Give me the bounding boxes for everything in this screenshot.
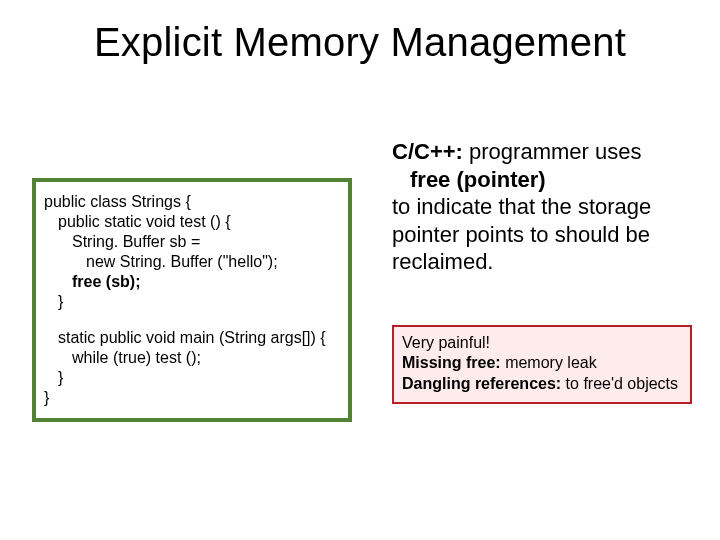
pain-box: Very painful! Missing free: memory leak … <box>392 325 692 404</box>
right-text: C/C++: programmer uses free (pointer) to… <box>392 138 692 276</box>
code-line: free (sb); <box>44 272 340 292</box>
slide: Explicit Memory Management public class … <box>0 0 720 540</box>
right-line: to indicate that the storage <box>392 193 692 221</box>
code-line: } <box>44 388 340 408</box>
code-line: new String. Buffer ("hello"); <box>44 252 340 272</box>
code-line: public class Strings { <box>44 192 340 212</box>
code-blank <box>44 312 340 328</box>
pain-line: Very painful! <box>402 333 682 353</box>
code-line: public static void test () { <box>44 212 340 232</box>
right-line: pointer points to should be <box>392 221 692 249</box>
code-line: String. Buffer sb = <box>44 232 340 252</box>
code-box: public class Strings { public static voi… <box>32 178 352 422</box>
code-line: } <box>44 292 340 312</box>
code-line: } <box>44 368 340 388</box>
code-line: while (true) test (); <box>44 348 340 368</box>
pain-line: Dangling references: to free'd objects <box>402 374 682 394</box>
slide-title: Explicit Memory Management <box>0 20 720 65</box>
pain-line: Missing free: memory leak <box>402 353 682 373</box>
code-line: static public void main (String args[]) … <box>44 328 340 348</box>
right-line: free (pointer) <box>392 166 692 194</box>
right-line: reclaimed. <box>392 248 692 276</box>
right-line: C/C++: programmer uses <box>392 138 692 166</box>
